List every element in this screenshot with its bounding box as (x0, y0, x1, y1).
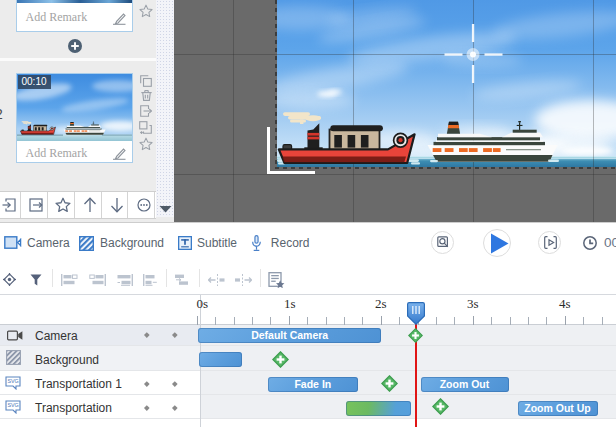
svg-text:SVG: SVG (7, 402, 18, 408)
svg-text:SVG: SVG (7, 378, 18, 384)
